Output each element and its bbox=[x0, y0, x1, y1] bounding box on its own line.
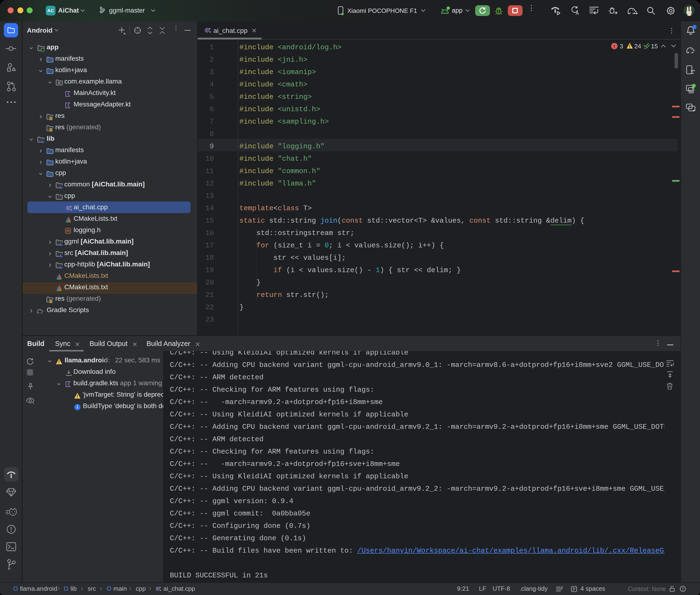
svg-text:A: A bbox=[576, 10, 579, 16]
svg-text:C: C bbox=[157, 587, 159, 590]
svg-text:C: C bbox=[206, 29, 208, 32]
svg-text:C: C bbox=[67, 206, 69, 210]
